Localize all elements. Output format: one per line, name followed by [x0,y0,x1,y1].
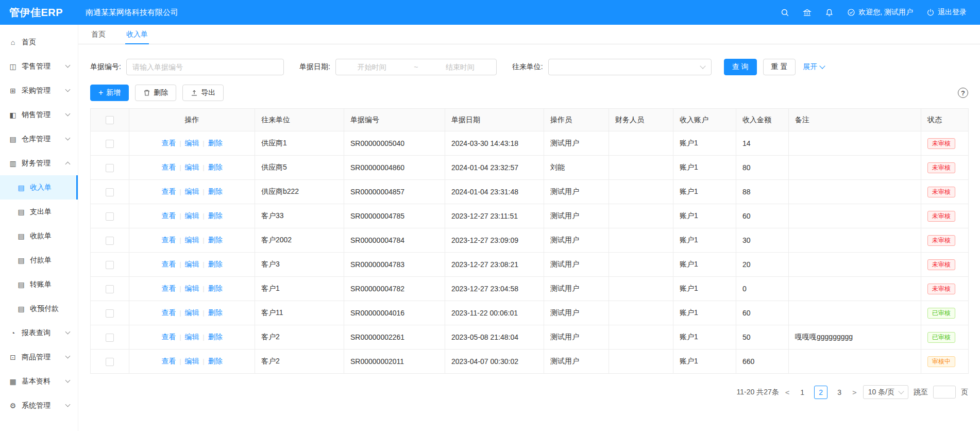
row-checkbox[interactable] [106,261,114,269]
bank-icon[interactable] [803,8,812,17]
sidebar-item-system[interactable]: ⚙系统管理 [0,393,78,418]
sidebar-item-sales[interactable]: ◧销售管理 [0,103,78,127]
row-view-link[interactable]: 查看 [161,284,176,292]
sidebar-subitem-expense-bill[interactable]: ▤支出单 [0,200,78,224]
export-button[interactable]: 导出 [182,85,224,101]
row-view-link[interactable]: 查看 [161,260,176,268]
add-button[interactable]: + 新增 [90,85,129,101]
row-edit-link[interactable]: 编辑 [185,357,199,365]
income-amount-cell: 50 [736,325,789,350]
main-area: 首页 收入单 单据编号: 单据日期: ~ 往来单位: 查 询 重 置 展开 [78,0,980,399]
row-delete-link[interactable]: 删除 [208,236,223,244]
next-page-button[interactable]: > [851,388,857,396]
company-name: 南通某某网络科技有限公司 [86,8,178,18]
sidebar-subitem-advance-bill[interactable]: ▤收预付款 [0,296,78,321]
sidebar-subitem-receipt-bill[interactable]: ▤收款单 [0,224,78,248]
help-icon[interactable]: ? [958,88,968,98]
expand-link[interactable]: 展开 [803,62,824,72]
document-icon: ▤ [17,280,25,289]
row-view-link[interactable]: 查看 [161,357,176,365]
search-icon[interactable] [781,8,789,17]
document-icon: ▤ [17,184,25,192]
bill-no-input[interactable] [126,59,284,75]
row-checkbox[interactable] [106,212,114,221]
row-checkbox[interactable] [106,188,114,196]
row-checkbox[interactable] [106,164,114,172]
date-range-separator: ~ [414,63,418,71]
prev-page-button[interactable]: < [784,388,790,396]
partner-label: 往来单位: [512,62,543,72]
row-edit-link[interactable]: 编辑 [185,284,199,292]
income-amount-cell: 80 [736,156,789,180]
delete-button[interactable]: 删除 [135,85,176,101]
row-delete-link[interactable]: 删除 [208,139,223,147]
row-checkbox[interactable] [106,237,114,245]
sidebar-item-purchase[interactable]: ⊞采购管理 [0,78,78,103]
row-view-link[interactable]: 查看 [161,236,176,244]
jump-page-input[interactable] [933,386,956,399]
select-all-checkbox[interactable] [106,116,114,124]
sidebar-subitem-transfer-bill[interactable]: ▤转账单 [0,272,78,296]
table-row: 查看|编辑|删除供应商5SR000000048602024-01-04 23:3… [91,156,969,180]
chevron-down-icon [65,111,71,117]
logout-button[interactable]: 退出登录 [926,8,967,17]
date-range-picker[interactable]: ~ [335,59,497,75]
row-checkbox[interactable] [106,358,114,366]
row-view-link[interactable]: 查看 [161,333,176,341]
row-delete-link[interactable]: 删除 [208,284,223,292]
sidebar-item-warehouse[interactable]: ▤仓库管理 [0,127,78,151]
row-delete-link[interactable]: 删除 [208,163,223,171]
bill-no-cell: SR00000004784 [344,228,445,253]
row-checkbox[interactable] [106,285,114,293]
row-edit-link[interactable]: 编辑 [185,139,199,147]
sidebar-item-finance[interactable]: ▥财务管理 [0,151,78,175]
row-delete-link[interactable]: 删除 [208,211,223,220]
status-cell: 未审核 [921,253,969,277]
row-checkbox[interactable] [106,309,114,318]
row-delete-link[interactable]: 删除 [208,333,223,341]
income-bill-table: 操作 往来单位 单据编号 单据日期 操作员 财务人员 收入账户 收入金额 备注 … [90,108,969,374]
sidebar-item-basic[interactable]: ▦基本资料 [0,369,78,393]
reset-button[interactable]: 重 置 [763,59,796,75]
tab-income-bill[interactable]: 收入单 [125,25,149,44]
partner-select[interactable] [548,59,712,75]
row-checkbox[interactable] [106,140,114,148]
row-view-link[interactable]: 查看 [161,308,176,317]
action-divider: | [179,237,181,244]
row-edit-link[interactable]: 编辑 [185,308,199,317]
page-2-button[interactable]: 2 [814,386,827,399]
tab-home[interactable]: 首页 [90,25,107,44]
date-end-input[interactable] [430,63,491,71]
user-welcome[interactable]: 欢迎您, 测试用户 [847,8,913,17]
finance-staff-cell [609,156,673,180]
row-view-link[interactable]: 查看 [161,211,176,220]
row-edit-link[interactable]: 编辑 [185,187,199,195]
row-delete-link[interactable]: 删除 [208,260,223,268]
page-1-button[interactable]: 1 [796,386,809,399]
row-edit-link[interactable]: 编辑 [185,236,199,244]
row-edit-link[interactable]: 编辑 [185,260,199,268]
sidebar-subitem-income-bill[interactable]: ▤收入单 [0,175,78,200]
finance-staff-cell [609,228,673,253]
sidebar-item-goods[interactable]: ⊡商品管理 [0,345,78,369]
row-view-link[interactable]: 查看 [161,187,176,195]
row-view-link[interactable]: 查看 [161,163,176,171]
sidebar-item-home[interactable]: ⌂首页 [0,30,78,54]
row-delete-link[interactable]: 删除 [208,187,223,195]
row-delete-link[interactable]: 删除 [208,308,223,317]
row-checkbox[interactable] [106,334,114,342]
search-button[interactable]: 查 询 [724,59,757,75]
row-edit-link[interactable]: 编辑 [185,211,199,220]
header-actions: 欢迎您, 测试用户 退出登录 [781,8,980,17]
sidebar-subitem-payment-bill[interactable]: ▤付款单 [0,248,78,272]
row-delete-link[interactable]: 删除 [208,357,223,365]
row-view-link[interactable]: 查看 [161,139,176,147]
row-edit-link[interactable]: 编辑 [185,163,199,171]
page-3-button[interactable]: 3 [833,386,846,399]
row-edit-link[interactable]: 编辑 [185,333,199,341]
page-size-select[interactable]: 10 条/页 [863,385,908,399]
date-start-input[interactable] [342,63,402,71]
sidebar-item-retail[interactable]: ◫零售管理 [0,54,78,78]
sidebar-item-report[interactable]: ◔报表查询 [0,321,78,345]
bell-icon[interactable] [825,8,834,17]
